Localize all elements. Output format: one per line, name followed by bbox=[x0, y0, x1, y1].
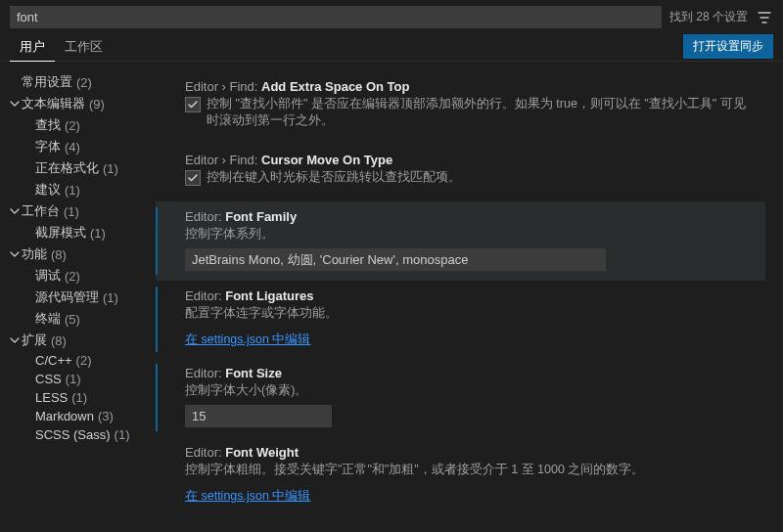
font-family-input[interactable] bbox=[185, 248, 606, 271]
toc-item[interactable]: 源代码管理 (1) bbox=[8, 287, 148, 308]
edit-in-settings-json-link[interactable]: 在 settings.json 中编辑 bbox=[185, 332, 310, 348]
toc-item[interactable]: 查找 (2) bbox=[8, 114, 148, 136]
toc-item[interactable]: 文本编辑器 (9) bbox=[8, 93, 148, 114]
toc-item-label: 截屏模式 bbox=[35, 224, 86, 242]
setting-editor-find-add-extra-space-on-top: Editor › Find: Add Extra Space On Top 控制… bbox=[156, 71, 765, 145]
setting-key: Font Weight bbox=[225, 445, 299, 460]
setting-title: Editor: Font Family bbox=[185, 209, 756, 224]
toc-item-count: (1) bbox=[64, 204, 79, 219]
setting-description: 控制在键入时光标是否应跳转以查找匹配项。 bbox=[207, 169, 461, 186]
toc-item[interactable]: C/C++ (2) bbox=[8, 351, 148, 370]
toc-item[interactable]: CSS (1) bbox=[8, 370, 148, 388]
tab-workspace[interactable]: 工作区 bbox=[55, 32, 113, 61]
chevron-down-icon[interactable] bbox=[8, 99, 22, 109]
toc-item-label: Markdown bbox=[35, 409, 94, 423]
setting-title: Editor › Find: Add Extra Space On Top bbox=[185, 79, 756, 94]
toc-item-count: (9) bbox=[89, 97, 105, 111]
toc-item[interactable]: 调试 (2) bbox=[8, 265, 148, 287]
toc-item-count: (8) bbox=[51, 333, 67, 348]
chevron-down-icon[interactable] bbox=[8, 249, 22, 259]
toc-item-label: 功能 bbox=[22, 245, 47, 263]
toc-item-count: (1) bbox=[65, 183, 80, 198]
chevron-down-icon[interactable] bbox=[8, 335, 22, 345]
setting-title: Editor › Find: Cursor Move On Type bbox=[185, 153, 756, 167]
setting-description: 控制 "查找小部件" 是否应在编辑器顶部添加额外的行。如果为 true，则可以在… bbox=[207, 96, 756, 129]
toc-item-label: 字体 bbox=[35, 138, 61, 155]
search-results-count: 找到 28 个设置 bbox=[669, 9, 748, 25]
tab-user[interactable]: 用户 bbox=[10, 32, 55, 62]
settings-search-row: 找到 28 个设置 bbox=[0, 0, 783, 32]
toc-item[interactable]: 正在格式化 (1) bbox=[8, 157, 148, 179]
setting-crumb: Editor: bbox=[185, 209, 225, 224]
chevron-down-icon[interactable] bbox=[8, 206, 22, 216]
gear-icon[interactable] bbox=[152, 211, 156, 227]
toc-item[interactable]: 工作台 (1) bbox=[8, 200, 148, 222]
setting-title: Editor: Font Weight bbox=[185, 445, 756, 460]
settings-search-input[interactable] bbox=[10, 6, 662, 28]
toc-item[interactable]: 建议 (1) bbox=[8, 179, 148, 200]
checkbox[interactable] bbox=[185, 170, 201, 186]
toc-item-count: (1) bbox=[103, 290, 118, 305]
settings-content[interactable]: Editor › Find: Add Extra Space On Top 控制… bbox=[152, 62, 783, 532]
setting-editor-font-size: Editor: Font Size 控制字体大小(像素)。 bbox=[156, 358, 765, 437]
toc-item[interactable]: Markdown (3) bbox=[8, 407, 148, 425]
toc-item[interactable]: 常用设置 (2) bbox=[8, 71, 148, 93]
toc-item-count: (1) bbox=[103, 161, 118, 176]
modified-indicator bbox=[156, 364, 158, 431]
setting-editor-font-ligatures: Editor: Font Ligatures 配置字体连字或字体功能。 在 se… bbox=[156, 281, 765, 358]
setting-key: Cursor Move On Type bbox=[261, 153, 392, 167]
font-size-input[interactable] bbox=[185, 405, 332, 427]
toc-item[interactable]: 截屏模式 (1) bbox=[8, 222, 148, 244]
toc-item-label: 常用设置 bbox=[22, 73, 72, 91]
setting-crumb: Editor › Find: bbox=[185, 79, 261, 94]
toc-item[interactable]: LESS (1) bbox=[8, 388, 148, 407]
setting-key: Font Ligatures bbox=[225, 288, 313, 303]
toc-item-count: (2) bbox=[65, 118, 80, 133]
toc-item-count: (8) bbox=[51, 247, 67, 262]
toc-item-count: (1) bbox=[115, 427, 130, 442]
setting-title: Editor: Font Size bbox=[185, 366, 756, 380]
toc-item[interactable]: SCSS (Sass) (1) bbox=[8, 425, 148, 444]
toc-item-label: 调试 bbox=[35, 267, 61, 285]
toc-item-count: (2) bbox=[76, 75, 92, 90]
setting-key: Font Family bbox=[225, 209, 297, 224]
toc-item-label: C/C++ bbox=[35, 353, 72, 368]
settings-toc-tree[interactable]: 常用设置 (2)文本编辑器 (9)查找 (2)字体 (4)正在格式化 (1)建议… bbox=[0, 62, 152, 532]
setting-crumb: Editor › Find: bbox=[185, 153, 261, 167]
toc-item-count: (3) bbox=[98, 409, 114, 423]
setting-title: Editor: Font Ligatures bbox=[185, 288, 756, 303]
setting-editor-font-family: Editor: Font Family 控制字体系列。 bbox=[156, 201, 765, 281]
checkbox[interactable] bbox=[185, 97, 201, 112]
setting-key: Font Size bbox=[225, 366, 282, 380]
toc-item-count: (1) bbox=[66, 372, 81, 386]
setting-crumb: Editor: bbox=[185, 445, 225, 460]
toc-item-count: (1) bbox=[71, 390, 87, 405]
toc-item-count: (4) bbox=[65, 140, 80, 155]
toc-item-label: SCSS (Sass) bbox=[35, 427, 111, 442]
settings-tabs: 用户 工作区 打开设置同步 bbox=[0, 32, 783, 62]
setting-description: 配置字体连字或字体功能。 bbox=[185, 305, 756, 322]
toc-item-label: 工作台 bbox=[22, 202, 60, 220]
setting-crumb: Editor: bbox=[185, 288, 225, 303]
toc-item[interactable]: 终端 (5) bbox=[8, 308, 148, 330]
toc-item-count: (2) bbox=[76, 353, 92, 368]
toc-item[interactable]: 功能 (8) bbox=[8, 244, 148, 265]
modified-indicator bbox=[156, 207, 158, 275]
toc-item[interactable]: 字体 (4) bbox=[8, 136, 148, 157]
toc-item-count: (5) bbox=[65, 312, 80, 327]
toc-item-count: (2) bbox=[65, 269, 80, 284]
setting-crumb: Editor: bbox=[185, 366, 225, 380]
filter-icon[interactable] bbox=[756, 9, 773, 26]
toc-item-label: 文本编辑器 bbox=[22, 95, 85, 112]
toc-item-label: LESS bbox=[35, 390, 68, 405]
toc-item-label: 建议 bbox=[35, 181, 61, 199]
settings-sync-button[interactable]: 打开设置同步 bbox=[683, 34, 773, 59]
setting-description: 控制字体粗细。接受关键字"正常"和"加粗"，或者接受介于 1 至 1000 之间… bbox=[185, 462, 756, 478]
setting-description: 控制字体系列。 bbox=[185, 226, 756, 243]
toc-item[interactable]: 扩展 (8) bbox=[8, 330, 148, 351]
toc-item-label: 终端 bbox=[35, 310, 61, 328]
setting-editor-find-cursor-move-on-type: Editor › Find: Cursor Move On Type 控制在键入… bbox=[156, 145, 765, 201]
edit-in-settings-json-link[interactable]: 在 settings.json 中编辑 bbox=[185, 488, 310, 505]
toc-item-count: (1) bbox=[90, 226, 106, 241]
modified-indicator bbox=[156, 287, 158, 352]
